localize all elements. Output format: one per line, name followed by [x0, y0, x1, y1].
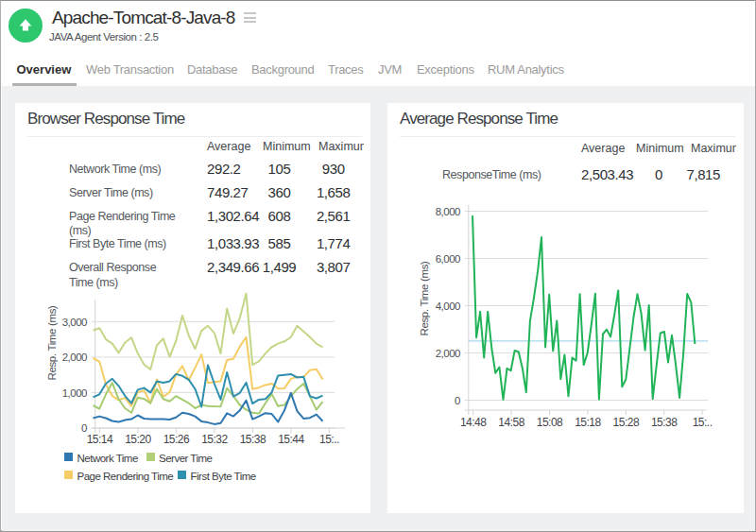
svg-text:15:38: 15:38: [651, 416, 678, 429]
svg-text:15:..: 15:..: [319, 433, 339, 446]
svg-text:14:58: 14:58: [498, 416, 524, 429]
svg-text:Resp. Time (ms): Resp. Time (ms): [46, 305, 58, 381]
svg-text:3,000: 3,000: [62, 317, 87, 328]
svg-text:15:28: 15:28: [613, 416, 640, 429]
svg-text:15:38: 15:38: [240, 433, 266, 446]
svg-text:15:26: 15:26: [163, 433, 190, 446]
svg-text:1,000: 1,000: [62, 387, 87, 399]
svg-text:15:18: 15:18: [575, 416, 601, 429]
svg-text:2,000: 2,000: [436, 348, 460, 359]
svg-text:4,000: 4,000: [436, 300, 460, 312]
svg-text:14:48: 14:48: [460, 416, 487, 429]
svg-text:2,000: 2,000: [62, 352, 87, 363]
svg-text:6,000: 6,000: [436, 253, 460, 265]
svg-text:15:08: 15:08: [537, 416, 563, 429]
svg-text:Resp. Time (ms): Resp. Time (ms): [419, 261, 430, 336]
svg-text:15:14: 15:14: [87, 433, 113, 446]
svg-text:15:32: 15:32: [201, 433, 228, 446]
svg-text:15:20: 15:20: [125, 433, 151, 446]
svg-text:15:44: 15:44: [278, 433, 304, 446]
svg-text:15:..: 15:..: [693, 416, 713, 429]
svg-text:0: 0: [455, 395, 460, 406]
svg-text:8,000: 8,000: [436, 206, 460, 217]
